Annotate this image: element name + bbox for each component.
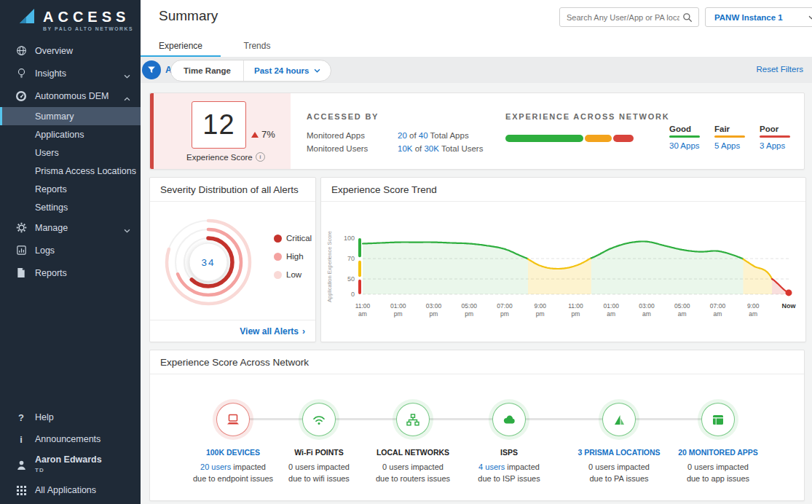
experience-score-trend-card: Experience Score Trend 10070500Applicati… <box>320 177 806 342</box>
legend-count-link[interactable]: 3 Apps <box>760 141 793 150</box>
instance-selector[interactable]: PANW Instance 1 <box>705 7 812 27</box>
legend-count-link[interactable]: 30 Apps <box>669 141 703 150</box>
local-networks-status-ring[interactable] <box>396 403 430 436</box>
view-all-alerts-text: View all Alerts <box>240 326 299 336</box>
monitored-users-label: Monitored Users <box>307 144 398 153</box>
chevron-down-icon <box>314 68 320 73</box>
grid-icon <box>15 484 27 496</box>
sidebar-item-reports[interactable]: Reports <box>0 261 141 284</box>
sidebar-item-summary[interactable]: Summary <box>0 107 141 125</box>
sidebar-item-label: Reports <box>35 268 67 278</box>
node-title: LOCAL NETWORKS <box>358 448 468 457</box>
network-node-prisma-locations: 3 PRISMA LOCATIONS 0 users impacted due … <box>564 350 674 483</box>
sidebar-item-settings[interactable]: Settings <box>0 198 141 216</box>
app-logo[interactable]: ACCESS BY PALO ALTO NETWORKS <box>0 0 141 31</box>
sidebar-item-label: Logs <box>35 245 55 256</box>
svg-text:pm: pm <box>430 310 438 318</box>
user-icon <box>15 459 27 470</box>
sidebar-item-users[interactable]: Users <box>0 143 141 162</box>
legend-critical: Critical <box>274 234 312 243</box>
network-node-local-networks: LOCAL NETWORKS 0 users impacted due to r… <box>358 350 468 483</box>
chevron-down-icon <box>124 71 130 81</box>
sidebar-item-applications[interactable]: Applications <box>0 125 141 143</box>
high-dot <box>274 253 282 261</box>
impacted-users-link[interactable]: 20 users <box>200 462 231 471</box>
sidebar-item-logs[interactable]: Logs <box>0 239 141 261</box>
sidebar-subitem-label: Settings <box>35 202 68 213</box>
global-search[interactable] <box>559 7 699 27</box>
experience-across-network-card: Experience Score Across Network 100K DEV… <box>149 350 805 501</box>
tab-label: Experience <box>159 41 202 51</box>
prisma-locations-status-ring[interactable] <box>602 403 636 436</box>
legend-underline <box>669 135 700 138</box>
sidebar-item-insights[interactable]: Insights <box>0 62 141 84</box>
devices-status-ring[interactable] <box>216 403 250 436</box>
low-dot <box>274 271 282 279</box>
sidebar-item-all-applications[interactable]: All Applications <box>0 479 141 501</box>
monitored-apps-label: Monitored Apps <box>307 131 398 140</box>
legend-high: High <box>274 252 312 261</box>
svg-text:pm: pm <box>536 310 545 318</box>
monitored-apps-count[interactable]: 20 <box>398 131 407 140</box>
wifi-status-ring[interactable] <box>302 403 336 436</box>
node-title-link[interactable]: 3 PRISMA LOCATIONS <box>564 448 674 457</box>
svg-text:70: 70 <box>347 255 355 262</box>
score-label: Experience Score i <box>186 152 265 162</box>
total-users-count[interactable]: 30K <box>424 144 438 153</box>
severity-legend: Critical High Low <box>274 234 312 288</box>
svg-text:9:00: 9:00 <box>534 302 546 310</box>
impacted-users-link[interactable]: 4 users <box>478 462 505 471</box>
search-icon[interactable] <box>682 12 698 23</box>
svg-text:0: 0 <box>351 291 355 298</box>
chevron-down-icon <box>124 225 130 235</box>
tab-experience[interactable]: Experience <box>141 35 221 57</box>
monitored-apps-status-ring[interactable] <box>701 403 735 436</box>
document-icon <box>15 267 27 279</box>
sidebar-item-user[interactable]: Aaron Edwards TD <box>0 450 141 479</box>
legend-label: Good <box>669 125 703 133</box>
sidebar-item-label: Announcements <box>35 434 100 444</box>
svg-text:01:00: 01:00 <box>604 302 620 310</box>
main-content: 12 7% Experience Score i ACCESSED BY Mon… <box>141 83 812 504</box>
time-range-label: Time Range <box>171 60 244 81</box>
top-bar: Summary PANW Instance 1 <box>141 0 812 36</box>
filter-button[interactable] <box>142 60 161 79</box>
sidebar-item-overview[interactable]: Overview <box>0 39 141 62</box>
chevron-down-icon <box>808 15 812 20</box>
score-delta: 7% <box>251 129 275 140</box>
isps-status-ring[interactable] <box>492 403 526 436</box>
sidebar-subitem-label: Prisma Access Locations <box>35 166 136 176</box>
svg-text:05:00: 05:00 <box>462 302 478 310</box>
svg-text:07:00: 07:00 <box>710 302 726 310</box>
triangle-up-icon <box>251 132 259 138</box>
sidebar-item-help[interactable]: ? Help <box>0 406 141 428</box>
sidebar-item-reports-sub[interactable]: Reports <box>0 180 141 198</box>
sidebar-item-announcements[interactable]: i Announcements <box>0 428 141 450</box>
monitored-users-count[interactable]: 10K <box>398 144 412 153</box>
gear-icon <box>15 222 27 234</box>
sidebar-item-manage[interactable]: Manage <box>0 216 141 239</box>
reset-filters-link[interactable]: Reset Filters <box>756 65 803 74</box>
sidebar-item-prisma-access-locations[interactable]: Prisma Access Locations <box>0 162 141 180</box>
svg-text:100: 100 <box>344 235 355 242</box>
legend-label: High <box>286 252 304 261</box>
total-users-text: Total Users <box>439 144 484 153</box>
info-icon: i <box>15 433 27 445</box>
node-title-link[interactable]: 20 MONITORED APPS <box>663 448 773 457</box>
sidebar-item-autonomous-dem[interactable]: Autonomous DEM <box>0 84 141 107</box>
search-input[interactable] <box>560 13 682 22</box>
total-apps-count[interactable]: 40 <box>419 131 428 140</box>
access-logo-icon <box>17 8 37 26</box>
impacted-text: impacted <box>231 462 266 471</box>
total-apps-text: Total Apps <box>428 131 469 140</box>
wifi-icon <box>312 413 326 426</box>
apps-experience-legend: Good 30 Apps Fair 5 Apps Poor 3 Apps <box>669 125 793 150</box>
legend-count-link[interactable]: 5 Apps <box>714 141 748 150</box>
view-all-alerts-link[interactable]: View all Alerts › <box>240 326 305 336</box>
time-range-filter[interactable]: Time Range Past 24 hours <box>170 60 331 82</box>
time-range-value[interactable]: Past 24 hours <box>244 66 331 75</box>
chevron-right-icon: › <box>302 326 305 336</box>
info-icon[interactable]: i <box>256 152 265 162</box>
tab-trends[interactable]: Trends <box>221 35 293 57</box>
legend-underline <box>760 135 790 138</box>
